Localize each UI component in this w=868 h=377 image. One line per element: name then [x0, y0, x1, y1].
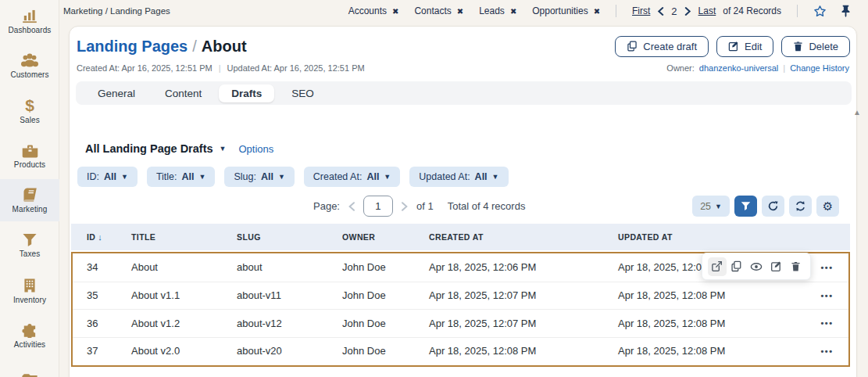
- page-label: Page:: [313, 200, 340, 212]
- of-pages-label: of 1: [416, 200, 434, 212]
- export-icon[interactable]: [708, 257, 727, 276]
- create-draft-button[interactable]: Create draft: [615, 36, 709, 57]
- row-actions-menu[interactable]: •••: [805, 263, 848, 272]
- cell-created: Apr 18, 2025, 12:08 PM: [429, 345, 618, 357]
- edit-icon: [728, 41, 739, 52]
- column-header-slug[interactable]: SLUG: [237, 232, 342, 242]
- row-actions-menu[interactable]: •••: [805, 318, 848, 328]
- filter-toggle-button[interactable]: [734, 196, 757, 217]
- sidebar-item-sales[interactable]: $ Sales: [0, 89, 59, 131]
- drafts-rows-selection: 34 About about John Doe Apr 18, 2025, 12…: [71, 252, 850, 367]
- row-actions-menu[interactable]: •••: [805, 291, 848, 300]
- divider: |: [219, 63, 221, 73]
- book-icon: [21, 187, 39, 203]
- delete-button[interactable]: Delete: [781, 36, 850, 57]
- cell-updated: Apr 18, 2025, 12:08 PM: [618, 318, 805, 329]
- edit-button[interactable]: Edit: [716, 36, 773, 57]
- row-actions-menu[interactable]: •••: [805, 346, 848, 356]
- table-row[interactable]: 35 About v1.1 about-v11 John Doe Apr 18,…: [73, 282, 848, 310]
- detail-tabs: General Content Drafts SEO: [76, 81, 852, 105]
- table-row[interactable]: 37 About v2.0 about-v20 John Doe Apr 18,…: [73, 337, 848, 365]
- sidebar-item-label: Sales: [20, 116, 40, 124]
- next-record-icon[interactable]: [684, 7, 691, 16]
- drafts-list-title[interactable]: All Landing Page Drafts: [85, 142, 213, 155]
- tag-accounts[interactable]: Accounts ✖: [348, 5, 399, 16]
- created-at-meta: Created At: Apr 16, 2025, 12:51 PM: [77, 63, 213, 73]
- title-current: About: [202, 38, 247, 55]
- table-row[interactable]: 36 About v1.2 about-v12 John Doe Apr 18,…: [73, 309, 848, 337]
- filter-created-at[interactable]: Created At: All ▼: [304, 167, 400, 187]
- view-icon[interactable]: [747, 257, 766, 276]
- cell-updated: Apr 18, 2025, 12:08 PM: [618, 289, 805, 301]
- settings-button[interactable]: ⚙: [816, 196, 839, 217]
- refresh-button[interactable]: [762, 196, 784, 217]
- filter-slug[interactable]: Slug: All ▼: [224, 167, 294, 187]
- sidebar-item-inventory[interactable]: Inventory: [0, 270, 59, 312]
- close-icon[interactable]: ✖: [457, 7, 463, 16]
- pin-icon[interactable]: [841, 5, 851, 17]
- sync-button[interactable]: [789, 196, 812, 217]
- tab-general[interactable]: General: [85, 84, 148, 102]
- sidebar-item-marketing[interactable]: Marketing: [0, 179, 59, 221]
- sidebar-item-folder[interactable]: [0, 360, 59, 377]
- topbar: Marketing / Landing Pages Accounts ✖ Con…: [59, 0, 868, 22]
- close-icon[interactable]: ✖: [392, 7, 398, 16]
- scroll-to-top-icon[interactable]: ▲: [853, 108, 861, 117]
- previous-record-icon[interactable]: [657, 7, 664, 16]
- column-header-created[interactable]: CREATED AT: [429, 232, 618, 242]
- sidebar-item-customers[interactable]: Customers: [0, 45, 59, 87]
- close-icon[interactable]: ✖: [510, 7, 516, 16]
- chevron-down-icon: ▼: [492, 173, 499, 181]
- delete-label: Delete: [809, 41, 838, 52]
- updated-at-meta: Updated At: Apr 16, 2025, 12:51 PM: [227, 63, 365, 73]
- last-record-link[interactable]: Last: [698, 5, 716, 16]
- cell-owner: John Doe: [342, 318, 429, 329]
- first-record-link[interactable]: First: [632, 5, 650, 16]
- chevron-down-icon[interactable]: ▼: [220, 145, 227, 153]
- star-icon[interactable]: [813, 5, 827, 18]
- sidebar-item-label: Dashboards: [9, 26, 52, 34]
- puzzle-icon: [22, 323, 38, 338]
- page-number-input[interactable]: [363, 196, 393, 217]
- column-header-id[interactable]: ID↓: [71, 232, 131, 242]
- tag-leads[interactable]: Leads ✖: [479, 5, 516, 16]
- filter-id[interactable]: ID: All ▼: [77, 167, 138, 187]
- column-header-owner[interactable]: OWNER: [342, 232, 429, 242]
- cell-title: About: [131, 261, 237, 273]
- tag-contacts[interactable]: Contacts ✖: [414, 5, 463, 16]
- page-size-value: 25: [700, 201, 711, 212]
- previous-page-icon[interactable]: [348, 202, 355, 211]
- edit-icon[interactable]: [766, 257, 785, 276]
- duplicate-icon[interactable]: [727, 257, 746, 276]
- change-history-link[interactable]: Change History: [790, 63, 849, 73]
- delete-icon[interactable]: [786, 257, 805, 276]
- folder-icon: [21, 373, 38, 377]
- trash-icon: [793, 41, 803, 52]
- page-size-select[interactable]: 25 ▼: [692, 196, 730, 217]
- cell-id: 35: [73, 289, 131, 301]
- owner-link[interactable]: dhanzenko-universal: [699, 63, 779, 73]
- next-page-icon[interactable]: [401, 202, 409, 211]
- sidebar-item-dashboards[interactable]: Dashboards: [0, 0, 59, 42]
- tab-content[interactable]: Content: [152, 84, 214, 102]
- sidebar-item-products[interactable]: Products: [0, 135, 59, 177]
- column-header-updated[interactable]: UPDATED AT: [618, 232, 805, 242]
- tag-opportunities[interactable]: Opportunities ✖: [532, 5, 600, 16]
- cell-created: Apr 18, 2025, 12:06 PM: [429, 261, 618, 273]
- page-title: Landing Pages/About: [77, 38, 247, 56]
- options-link[interactable]: Options: [238, 143, 273, 155]
- sidebar-item-activities[interactable]: Activities: [0, 314, 59, 357]
- gear-icon: ⚙: [823, 200, 833, 212]
- cell-created: Apr 18, 2025, 12:07 PM: [429, 289, 618, 301]
- tab-seo[interactable]: SEO: [279, 84, 327, 102]
- tab-drafts[interactable]: Drafts: [219, 84, 274, 102]
- edit-label: Edit: [745, 41, 762, 52]
- close-icon[interactable]: ✖: [594, 7, 600, 16]
- table-row[interactable]: 34 About about John Doe Apr 18, 2025, 12…: [73, 253, 848, 282]
- column-header-title[interactable]: TITLE: [131, 232, 237, 242]
- dollar-icon: $: [25, 97, 34, 113]
- landing-pages-link[interactable]: Landing Pages: [77, 38, 188, 55]
- filter-title[interactable]: Title: All ▼: [147, 167, 216, 187]
- sidebar-item-taxes[interactable]: Taxes: [0, 224, 59, 267]
- filter-updated-at[interactable]: Updated At: All ▼: [409, 167, 508, 187]
